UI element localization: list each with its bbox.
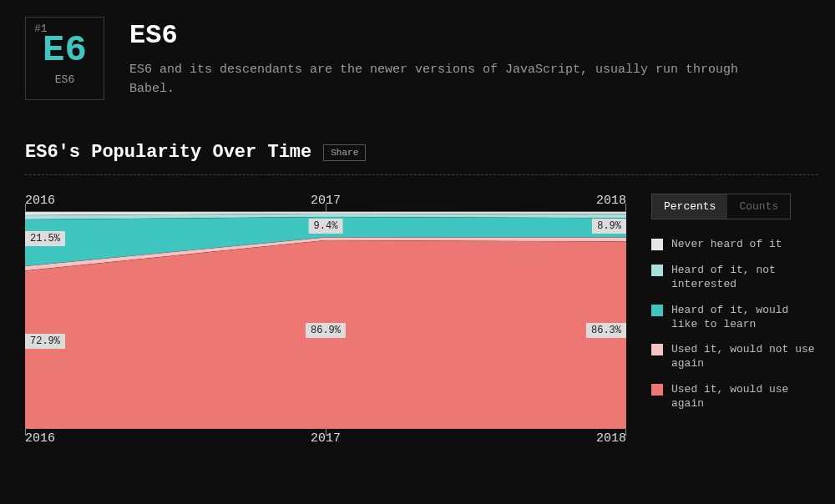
page-description: ES6 and its descendants are the newer ve… <box>129 61 781 98</box>
data-label: 8.9% <box>592 219 626 234</box>
data-label: 21.5% <box>25 231 65 246</box>
section-title: ES6's Popularity Over Time <box>25 142 311 163</box>
legend-item: Used it, would not use again <box>651 343 818 371</box>
legend-item: Heard of it, not interested <box>651 264 818 292</box>
unit-toggle: Percents Counts <box>651 194 791 219</box>
rank-number: #1 <box>34 23 48 35</box>
legend-label: Never heard of it <box>671 238 782 252</box>
data-label: 72.9% <box>25 334 65 349</box>
legend-label: Heard of it, would like to learn <box>671 304 818 332</box>
badge-label: ES6 <box>55 73 74 86</box>
swatch-icon <box>651 344 663 355</box>
share-button[interactable]: Share <box>323 144 366 161</box>
header-text: ES6 ES6 and its descendants are the newe… <box>129 17 818 98</box>
swatch-icon <box>651 239 663 250</box>
legend-item: Never heard of it <box>651 238 818 252</box>
header: #1 E6 ES6 ES6 ES6 and its descendants ar… <box>25 17 818 100</box>
tick-label: 2018 <box>596 431 626 446</box>
swatch-icon <box>651 305 663 316</box>
legend-item: Used it, would use again <box>651 383 818 411</box>
tab-percents[interactable]: Percents <box>652 194 727 219</box>
tick-label: 2018 <box>596 194 626 208</box>
legend-label: Heard of it, not interested <box>671 264 818 292</box>
legend-item: Heard of it, would like to learn <box>651 304 818 332</box>
badge-code: E6 <box>43 32 87 68</box>
side-column: Percents Counts Never heard of it Heard … <box>651 194 818 446</box>
tick-label: 2016 <box>25 194 55 208</box>
section-header: ES6's Popularity Over Time Share <box>25 142 818 175</box>
swatch-icon <box>651 384 663 396</box>
stacked-area-chart: 21.5% 9.4% 8.9% 72.9% 86.9% 86.3% <box>25 211 626 428</box>
tick-label: 2016 <box>25 431 55 446</box>
rank-badge: #1 E6 ES6 <box>25 17 104 100</box>
data-label: 9.4% <box>309 219 343 234</box>
legend-label: Used it, would not use again <box>671 343 818 371</box>
chart-column: 2016 2017 2018 21.5% 9.4% 8.9% 72.9% 86.… <box>25 194 626 446</box>
data-label: 86.9% <box>306 323 346 338</box>
legend-label: Used it, would use again <box>671 383 818 411</box>
tab-counts[interactable]: Counts <box>727 194 790 219</box>
page-title: ES6 <box>129 20 818 51</box>
data-label: 86.3% <box>586 323 626 338</box>
swatch-icon <box>651 265 663 276</box>
